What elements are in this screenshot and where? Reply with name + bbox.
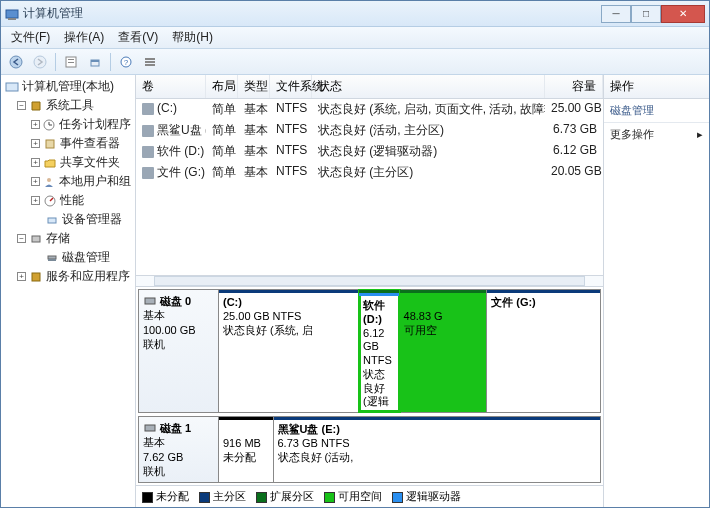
volume-header: 卷 布局 类型 文件系统 状态 容量 (136, 75, 603, 99)
tree-disk-management[interactable]: 磁盘管理 (3, 248, 133, 267)
help-button[interactable]: ? (115, 51, 137, 73)
svg-text:?: ? (124, 58, 129, 67)
legend-extended-icon (256, 492, 267, 503)
actions-header: 操作 (604, 75, 709, 99)
svg-rect-1 (8, 18, 16, 20)
actions-disk-mgmt[interactable]: 磁盘管理 (604, 99, 709, 123)
tree-device-manager[interactable]: 设备管理器 (3, 210, 133, 229)
view-list-button[interactable] (139, 51, 161, 73)
svg-rect-22 (48, 259, 56, 261)
svg-rect-24 (145, 298, 155, 304)
svg-rect-14 (6, 83, 18, 91)
volume-rows[interactable]: (C:)简单基本NTFS状态良好 (系统, 启动, 页面文件, 活动, 故障转储… (136, 99, 603, 275)
menu-help[interactable]: 帮助(H) (166, 27, 219, 48)
scrollbar-horizontal[interactable] (154, 276, 585, 286)
center-pane: 卷 布局 类型 文件系统 状态 容量 (C:)简单基本NTFS状态良好 (系统,… (136, 75, 604, 507)
maximize-button[interactable]: □ (631, 5, 661, 23)
expand-icon[interactable]: + (31, 120, 40, 129)
nav-back-button[interactable] (5, 51, 27, 73)
legend-primary-icon (199, 492, 210, 503)
volume-row[interactable]: 软件 (D:)简单基本NTFS状态良好 (逻辑驱动器)6.12 GB (136, 141, 603, 162)
menu-bar: 文件(F) 操作(A) 查看(V) 帮助(H) (1, 27, 709, 49)
window-title: 计算机管理 (19, 5, 601, 22)
tree-task-scheduler[interactable]: +任务计划程序 (3, 115, 133, 134)
col-capacity[interactable]: 容量 (545, 75, 603, 98)
title-bar: 计算机管理 ─ □ ✕ (1, 1, 709, 27)
expand-icon[interactable]: + (31, 139, 40, 148)
tree-storage[interactable]: −存储 (3, 229, 133, 248)
svg-point-3 (34, 56, 46, 68)
tree-performance[interactable]: +性能 (3, 191, 133, 210)
partition-g[interactable]: 文件 (G:) (487, 290, 600, 412)
menu-action[interactable]: 操作(A) (58, 27, 110, 48)
splitter[interactable] (136, 275, 603, 287)
svg-rect-19 (48, 218, 56, 223)
partition-e[interactable]: 黑鲨U盘 (E:)6.73 GB NTFS状态良好 (活动, (274, 417, 601, 482)
legend-unallocated-icon (142, 492, 153, 503)
expand-icon[interactable]: + (31, 158, 40, 167)
svg-rect-21 (48, 256, 56, 259)
toolbar: ? (1, 49, 709, 75)
app-window: 计算机管理 ─ □ ✕ 文件(F) 操作(A) 查看(V) 帮助(H) ? 计算… (0, 0, 710, 508)
tree-system-tools[interactable]: −系统工具 (3, 96, 133, 115)
svg-rect-11 (145, 58, 155, 60)
volume-row[interactable]: 黑鲨U盘 (E:)简单基本NTFS状态良好 (活动, 主分区)6.73 GB (136, 120, 603, 141)
menu-view[interactable]: 查看(V) (112, 27, 164, 48)
disk-row-1: 磁盘 1 基本 7.62 GB 联机 916 MB未分配 黑鲨U盘 (E:)6.… (138, 416, 601, 483)
volume-row[interactable]: (C:)简单基本NTFS状态良好 (系统, 启动, 页面文件, 活动, 故障转储… (136, 99, 603, 120)
refresh-button[interactable] (84, 51, 106, 73)
col-layout[interactable]: 布局 (206, 75, 238, 98)
body: 计算机管理(本地) −系统工具 +任务计划程序 +事件查看器 +共享文件夹 +本… (1, 75, 709, 507)
tree-event-viewer[interactable]: +事件查看器 (3, 134, 133, 153)
menu-file[interactable]: 文件(F) (5, 27, 56, 48)
tree-services[interactable]: +服务和应用程序 (3, 267, 133, 286)
expand-icon[interactable]: + (17, 272, 26, 281)
minimize-button[interactable]: ─ (601, 5, 631, 23)
partition-unallocated[interactable]: 916 MB未分配 (219, 417, 274, 482)
toolbar-sep (110, 53, 111, 71)
toolbar-sep (55, 53, 56, 71)
nav-forward-button[interactable] (29, 51, 51, 73)
legend-free-icon (324, 492, 335, 503)
collapse-icon[interactable]: − (17, 234, 26, 243)
volume-icon (142, 125, 154, 137)
legend: 未分配 主分区 扩展分区 可用空间 逻辑驱动器 (136, 485, 603, 507)
properties-button[interactable] (60, 51, 82, 73)
disk-0-label[interactable]: 磁盘 0 基本 100.00 GB 联机 (139, 290, 219, 412)
tree-shared-folders[interactable]: +共享文件夹 (3, 153, 133, 172)
expand-icon[interactable]: + (31, 196, 40, 205)
disk-1-label[interactable]: 磁盘 1 基本 7.62 GB 联机 (139, 417, 219, 482)
svg-rect-12 (145, 61, 155, 63)
volume-row[interactable]: 文件 (G:)简单基本NTFS状态良好 (主分区)20.05 GB (136, 162, 603, 183)
close-button[interactable]: ✕ (661, 5, 705, 23)
actions-pane: 操作 磁盘管理 更多操作▸ (604, 75, 709, 507)
window-controls: ─ □ ✕ (601, 5, 705, 23)
actions-more[interactable]: 更多操作▸ (604, 123, 709, 146)
svg-rect-8 (91, 60, 99, 62)
svg-rect-0 (6, 10, 18, 18)
svg-rect-25 (145, 425, 155, 431)
disk-icon (143, 294, 157, 308)
svg-rect-6 (68, 62, 74, 63)
svg-point-2 (10, 56, 22, 68)
col-type[interactable]: 类型 (238, 75, 270, 98)
partition-c[interactable]: (C:)25.00 GB NTFS状态良好 (系统, 启 (219, 290, 359, 412)
partition-d[interactable]: 软件 (D:)6.12 GB NTFS状态良好 (逻辑 (359, 290, 399, 412)
tree-pane[interactable]: 计算机管理(本地) −系统工具 +任务计划程序 +事件查看器 +共享文件夹 +本… (1, 75, 136, 507)
volume-icon (142, 167, 154, 179)
chevron-right-icon: ▸ (697, 128, 703, 141)
col-fs[interactable]: 文件系统 (270, 75, 312, 98)
disk-map: 磁盘 0 基本 100.00 GB 联机 (C:)25.00 GB NTFS状态… (136, 287, 603, 485)
col-volume[interactable]: 卷 (136, 75, 206, 98)
legend-logical-icon (392, 492, 403, 503)
collapse-icon[interactable]: − (17, 101, 26, 110)
svg-rect-13 (145, 64, 155, 66)
disk-row-0: 磁盘 0 基本 100.00 GB 联机 (C:)25.00 GB NTFS状态… (138, 289, 601, 413)
col-status[interactable]: 状态 (312, 75, 545, 98)
partition-free[interactable]: 48.83 G可用空 (400, 290, 488, 412)
tree-root[interactable]: 计算机管理(本地) (3, 77, 133, 96)
expand-icon[interactable]: + (31, 177, 40, 186)
svg-rect-23 (32, 273, 40, 281)
volume-icon (142, 103, 154, 115)
tree-local-users[interactable]: +本地用户和组 (3, 172, 133, 191)
